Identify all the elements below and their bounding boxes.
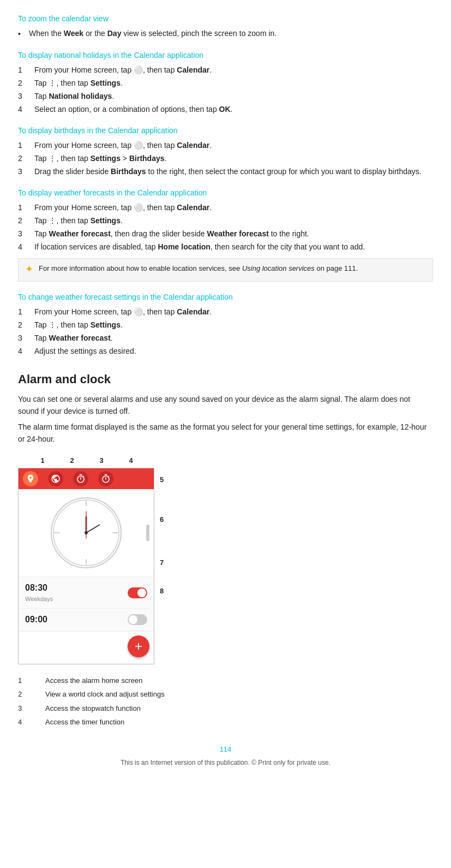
s3-step-1: 1 From your Home screen, tap ⚪, then tap… — [18, 202, 433, 213]
alarm-desc-1: You can set one or several alarms and us… — [18, 394, 433, 417]
tip-text: For more information about how to enable… — [39, 263, 358, 274]
caption-row-3: 3 Access the stopwatch function — [18, 703, 433, 714]
s2-text-3: Drag the slider beside Birthdays to the … — [34, 166, 433, 177]
clock-svg — [52, 497, 121, 568]
svg-point-8 — [85, 531, 88, 534]
s2-text-2: Tap ⋮, then tap Settings > Birthdays. — [34, 153, 433, 164]
caption-text-4: Access the timer function — [45, 717, 124, 728]
s2-num-1: 1 — [18, 140, 26, 151]
clock-face-area — [19, 489, 154, 576]
s4-text-1: From your Home screen, tap ⚪, then tap C… — [34, 306, 433, 318]
add-alarm-button[interactable]: + — [128, 635, 149, 657]
caption-text-1: Access the alarm home screen — [45, 675, 142, 686]
s3-list: 1 From your Home screen, tap ⚪, then tap… — [18, 202, 433, 253]
tab-stopwatch-icon — [73, 471, 88, 486]
clock-top-bar — [19, 468, 154, 489]
caption-table: 1 Access the alarm home screen 2 View a … — [18, 675, 433, 728]
s4-list: 1 From your Home screen, tap ⚪, then tap… — [18, 306, 433, 357]
s3-text-4: If location services are disabled, tap H… — [34, 241, 433, 253]
s4-num-2: 2 — [18, 319, 26, 331]
tip-icon: ✦ — [25, 262, 33, 277]
annotation-8-container: 8 — [160, 576, 164, 605]
s2-heading: To display birthdays in the Calendar app… — [18, 125, 433, 136]
zoom-text: When the Week or the Day view is selecte… — [29, 28, 276, 40]
s1-step-2: 2 Tap ⋮, then tap Settings. — [18, 78, 433, 89]
tab-timer-icon — [98, 471, 113, 486]
alarm-sub-1: Weekdays — [25, 594, 53, 604]
s4-step-4: 4 Adjust the settings as desired. — [18, 346, 433, 357]
s2-num-2: 2 — [18, 153, 26, 164]
annotation-3: 3 — [88, 455, 115, 466]
add-button-area: + — [19, 631, 154, 664]
s4-text-2: Tap ⋮, then tap Settings. — [34, 319, 433, 331]
toggle-circle-2 — [129, 615, 137, 624]
s4-num-1: 1 — [18, 306, 26, 318]
alarm-section: Alarm and clock You can set one or sever… — [18, 370, 433, 728]
annotation-5: 5 — [160, 474, 164, 485]
annotation-6: 6 — [160, 514, 164, 525]
caption-num-3: 3 — [18, 703, 34, 714]
alarm-heading: Alarm and clock — [18, 370, 433, 388]
s1-num-3: 3 — [18, 91, 26, 102]
caption-row-1: 1 Access the alarm home screen — [18, 675, 433, 686]
clock-illustration-wrapper: 1 2 3 4 — [18, 455, 164, 664]
top-annotations: 1 2 3 4 — [29, 455, 164, 466]
s4-num-3: 3 — [18, 332, 26, 344]
alarm-time-1: 08:30 — [25, 581, 53, 594]
s2-step-1: 1 From your Home screen, tap ⚪, then tap… — [18, 140, 433, 151]
change-weather-section: To change weather forecast settings in t… — [18, 292, 433, 357]
tab-world-icon — [48, 471, 63, 486]
week-bold: Week — [64, 29, 83, 38]
clock-device: 08:30 Weekdays 09:00 — [18, 468, 154, 664]
s2-step-3: 3 Drag the slider beside Birthdays to th… — [18, 166, 433, 177]
weather-section: To display weather forecasts in the Cale… — [18, 187, 433, 282]
s1-step-3: 3 Tap National holidays. — [18, 91, 433, 102]
s2-num-3: 3 — [18, 166, 26, 177]
alarm-time-2: 09:00 — [25, 613, 47, 626]
s1-step-4: 4 Select an option, or a combination of … — [18, 104, 433, 115]
annotation-7-container: 7 — [160, 548, 164, 576]
zoom-section: To zoom the calendar view • When the Wee… — [18, 13, 433, 40]
zoom-heading: To zoom the calendar view — [18, 13, 433, 25]
alarm-toggle-2 — [128, 614, 147, 625]
caption-text-2: View a world clock and adjust settings — [45, 689, 165, 700]
s4-heading: To change weather forecast settings in t… — [18, 292, 433, 303]
s1-text-3: Tap National holidays. — [34, 91, 433, 102]
bullet-dot: • — [18, 28, 25, 40]
zoom-bullet-item: • When the Week or the Day view is selec… — [18, 28, 433, 40]
s1-text-1: From your Home screen, tap ⚪, then tap C… — [34, 64, 433, 76]
alarm-row-1: 08:30 Weekdays — [19, 577, 154, 609]
clock-with-side-annotations: 08:30 Weekdays 09:00 — [18, 468, 164, 664]
s4-step-2: 2 Tap ⋮, then tap Settings. — [18, 319, 433, 331]
s1-text-2: Tap ⋮, then tap Settings. — [34, 78, 433, 89]
footer-text: This is an Internet version of this publ… — [121, 759, 330, 766]
caption-num-4: 4 — [18, 717, 34, 728]
s4-step-3: 3 Tap Weather forecast. — [18, 332, 433, 344]
annotation-8: 8 — [160, 586, 164, 597]
alarm-row-2: 09:00 — [19, 609, 154, 631]
s3-num-1: 1 — [18, 202, 26, 213]
toggle-circle-1 — [137, 588, 146, 597]
s3-text-1: From your Home screen, tap ⚪, then tap C… — [34, 202, 433, 213]
caption-row-2: 2 View a world clock and adjust settings — [18, 689, 433, 700]
right-annotations: 5 6 7 8 — [160, 468, 164, 605]
s3-heading: To display weather forecasts in the Cale… — [18, 187, 433, 199]
toggle-on-1 — [128, 587, 147, 598]
s2-text-1: From your Home screen, tap ⚪, then tap C… — [34, 140, 433, 151]
s3-num-2: 2 — [18, 215, 26, 227]
tab-alarm-icon — [23, 471, 38, 486]
toggle-off-2 — [128, 614, 147, 625]
alarm-rows: 08:30 Weekdays 09:00 — [19, 576, 154, 631]
slider-indicators — [146, 525, 149, 541]
s2-list: 1 From your Home screen, tap ⚪, then tap… — [18, 140, 433, 177]
s4-step-1: 1 From your Home screen, tap ⚪, then tap… — [18, 306, 433, 318]
s3-step-3: 3 Tap Weather forecast, then drag the sl… — [18, 228, 433, 240]
s1-list: 1 From your Home screen, tap ⚪, then tap… — [18, 64, 433, 115]
caption-text-3: Access the stopwatch function — [45, 703, 141, 714]
page-footer: 114 This is an Internet version of this … — [18, 744, 433, 768]
annotation-6-container: 6 — [160, 491, 164, 548]
s3-step-4: 4 If location services are disabled, tap… — [18, 241, 433, 253]
caption-num-1: 1 — [18, 675, 34, 686]
alarm-1-info: 08:30 Weekdays — [25, 581, 53, 604]
s3-num-4: 4 — [18, 241, 26, 253]
